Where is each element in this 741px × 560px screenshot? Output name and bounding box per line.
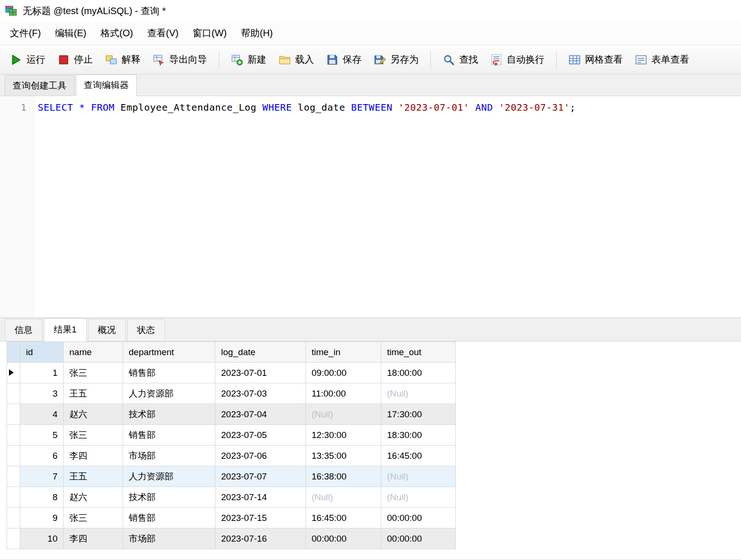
cell-log_date[interactable]: 2023-07-01 — [215, 363, 306, 383]
cell-time_in[interactable]: (Null) — [306, 487, 381, 508]
cell-time_in[interactable]: 13:35:00 — [306, 446, 381, 466]
column-header-id[interactable]: id — [20, 342, 64, 363]
row-selector[interactable] — [7, 508, 20, 528]
cell-time_in[interactable]: 11:00:00 — [306, 383, 381, 404]
row-selector[interactable] — [7, 446, 20, 466]
cell-name[interactable]: 张三 — [64, 425, 123, 446]
menu-help[interactable]: 帮助(H) — [234, 23, 280, 43]
menu-window[interactable]: 窗口(W) — [186, 23, 234, 43]
column-header-department[interactable]: department — [123, 342, 215, 363]
menu-format[interactable]: 格式(O) — [93, 23, 140, 43]
grid-body: 1张三销售部2023-07-0109:00:0018:00:003王五人力资源部… — [7, 363, 456, 549]
cell-time_in[interactable]: 16:38:00 — [306, 466, 381, 487]
column-header-time_out[interactable]: time_out — [381, 342, 456, 363]
cell-name[interactable]: 张三 — [64, 508, 123, 528]
cell-time_in[interactable]: 09:00:00 — [306, 363, 381, 383]
cell-time_out[interactable]: (Null) — [381, 487, 456, 508]
cell-time_in[interactable]: 00:00:00 — [306, 528, 381, 549]
cell-department[interactable]: 人力资源部 — [123, 466, 215, 487]
toolbar-button-save[interactable]: 保存 — [321, 49, 367, 70]
cell-department[interactable]: 市场部 — [123, 446, 215, 466]
cell-department[interactable]: 技术部 — [123, 487, 215, 508]
toolbar-button-new[interactable]: 新建 — [226, 49, 272, 70]
toolbar-button-export-wizard[interactable]: 导出向导 — [148, 49, 212, 70]
cell-id[interactable]: 4 — [20, 404, 64, 425]
cell-department[interactable]: 人力资源部 — [123, 383, 215, 404]
tab-result1[interactable]: 结果1 — [44, 318, 87, 341]
toolbar-button-save-as[interactable]: 另存为 — [369, 49, 424, 70]
cell-name[interactable]: 赵六 — [64, 487, 123, 508]
cell-department[interactable]: 市场部 — [123, 528, 215, 549]
sql-code-line[interactable]: SELECT * FROM Employee_Attendance_Log WH… — [35, 96, 576, 317]
line-number-gutter: 1 — [0, 96, 35, 317]
menu-view[interactable]: 查看(V) — [140, 23, 186, 43]
cell-name[interactable]: 王五 — [64, 383, 123, 404]
toolbar-button-grid-view[interactable]: 网格查看 — [563, 49, 628, 70]
cell-log_date[interactable]: 2023-07-03 — [215, 383, 306, 404]
tab-profile[interactable]: 概况 — [88, 319, 126, 341]
row-selector[interactable] — [7, 466, 20, 487]
cell-name[interactable]: 张三 — [64, 363, 123, 383]
menu-edit[interactable]: 编辑(E) — [48, 23, 94, 43]
cell-time_out[interactable]: (Null) — [381, 466, 456, 487]
tab-status[interactable]: 状态 — [127, 319, 165, 341]
cell-id[interactable]: 7 — [20, 466, 64, 487]
cell-id[interactable]: 8 — [20, 487, 64, 508]
tab-info[interactable]: 信息 — [5, 319, 42, 341]
column-header-log_date[interactable]: log_date — [215, 342, 306, 363]
cell-department[interactable]: 技术部 — [123, 404, 215, 425]
cell-time_out[interactable]: 00:00:00 — [381, 528, 456, 549]
cell-department[interactable]: 销售部 — [123, 425, 215, 446]
cell-log_date[interactable]: 2023-07-07 — [215, 466, 306, 487]
cell-department[interactable]: 销售部 — [123, 363, 215, 383]
toolbar-button-stop[interactable]: 停止 — [52, 49, 98, 70]
grid-gutter-header[interactable] — [7, 342, 20, 363]
toolbar-group-2: 新建载入保存另存为 — [225, 45, 425, 74]
cell-name[interactable]: 李四 — [64, 446, 123, 466]
toolbar-button-run[interactable]: 运行 — [5, 49, 50, 70]
row-selector[interactable] — [7, 383, 20, 404]
cell-time_out[interactable]: (Null) — [381, 383, 456, 404]
cell-name[interactable]: 王五 — [64, 466, 123, 487]
row-selector[interactable] — [7, 528, 20, 549]
menu-file[interactable]: 文件(F) — [3, 23, 48, 43]
cell-name[interactable]: 赵六 — [64, 404, 123, 425]
toolbar-button-form-view[interactable]: 表单查看 — [630, 49, 694, 70]
row-selector[interactable] — [7, 425, 20, 446]
cell-id[interactable]: 1 — [20, 363, 64, 383]
toolbar-button-explain[interactable]: 解释 — [100, 49, 146, 70]
cell-time_out[interactable]: 00:00:00 — [381, 508, 456, 528]
cell-time_out[interactable]: 18:00:00 — [381, 363, 456, 383]
toolbar-group-1: 运行停止解释导出向导 — [4, 45, 213, 74]
row-selector[interactable] — [7, 363, 20, 383]
cell-id[interactable]: 6 — [20, 446, 64, 466]
row-selector[interactable] — [7, 487, 20, 508]
toolbar-button-load[interactable]: 载入 — [273, 49, 319, 70]
cell-time_out[interactable]: 16:45:00 — [381, 446, 456, 466]
cell-log_date[interactable]: 2023-07-04 — [215, 404, 306, 425]
tab-query-editor[interactable]: 查询编辑器 — [76, 74, 137, 96]
cell-id[interactable]: 3 — [20, 383, 64, 404]
cell-time_out[interactable]: 18:30:00 — [381, 425, 456, 446]
row-selector[interactable] — [7, 404, 20, 425]
tab-query-builder[interactable]: 查询创建工具 — [5, 75, 74, 96]
cell-time_in[interactable]: (Null) — [306, 404, 381, 425]
cell-time_out[interactable]: 17:30:00 — [381, 404, 456, 425]
column-header-name[interactable]: name — [64, 342, 123, 363]
cell-log_date[interactable]: 2023-07-14 — [215, 487, 306, 508]
toolbar-button-find[interactable]: 查找 — [437, 49, 483, 70]
cell-log_date[interactable]: 2023-07-16 — [215, 528, 306, 549]
cell-time_in[interactable]: 12:30:00 — [306, 425, 381, 446]
cell-id[interactable]: 9 — [20, 508, 64, 528]
cell-log_date[interactable]: 2023-07-05 — [215, 425, 306, 446]
cell-log_date[interactable]: 2023-07-15 — [215, 508, 306, 528]
cell-id[interactable]: 10 — [20, 528, 64, 549]
column-header-time_in[interactable]: time_in — [306, 342, 381, 363]
cell-id[interactable]: 5 — [20, 425, 64, 446]
toolbar-button-word-wrap[interactable]: 自动换行 — [485, 49, 550, 70]
sql-editor[interactable]: 1 SELECT * FROM Employee_Attendance_Log … — [0, 96, 741, 317]
cell-department[interactable]: 销售部 — [123, 508, 215, 528]
cell-time_in[interactable]: 16:45:00 — [306, 508, 381, 528]
cell-log_date[interactable]: 2023-07-06 — [215, 446, 306, 466]
cell-name[interactable]: 李四 — [64, 528, 123, 549]
